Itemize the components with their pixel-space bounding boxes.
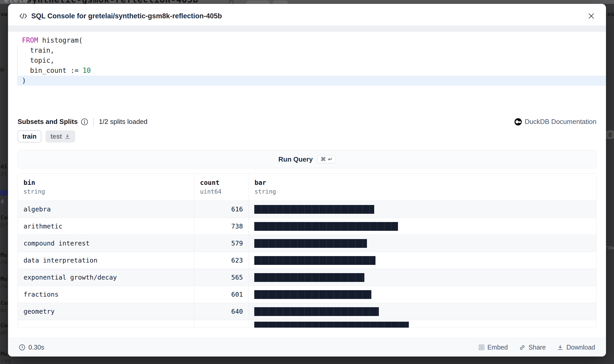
- cell-bar: [249, 218, 596, 235]
- table-row[interactable]: algebra616: [18, 201, 596, 218]
- column-header-bin[interactable]: binstring: [18, 174, 194, 201]
- editor-line[interactable]: FROM histogram(: [17, 35, 606, 45]
- download-split-icon: [65, 134, 70, 139]
- duckdb-logo-icon: [515, 118, 522, 125]
- column-name: count: [200, 179, 249, 186]
- share-label: Share: [528, 344, 546, 351]
- column-name: bin: [24, 179, 194, 186]
- column-type: uint64: [200, 188, 249, 195]
- modal-footer: 0.30s Embed Share Download: [8, 338, 606, 357]
- cell-count: 616: [194, 201, 249, 218]
- cell-bin: data interpretation: [18, 252, 194, 269]
- download-button[interactable]: Download: [557, 344, 595, 351]
- histogram-bar: [254, 239, 367, 248]
- histogram-bar: [254, 222, 398, 231]
- footer-actions: Embed Share Download: [479, 344, 595, 351]
- share-button[interactable]: Share: [519, 344, 546, 351]
- command-key-icon: ⌘: [320, 156, 326, 162]
- column-type: string: [24, 188, 194, 195]
- column-header-count[interactable]: countuint64: [194, 174, 249, 201]
- histogram-bar: [254, 256, 375, 265]
- query-elapsed: 0.30s: [19, 344, 44, 351]
- split-tab-label: train: [22, 133, 36, 140]
- results-body: algebra616arithmetic738compound interest…: [18, 201, 596, 328]
- embed-button[interactable]: Embed: [479, 344, 508, 351]
- background-text-fragment: req: [1, 358, 11, 364]
- cell-bin: compound interest: [18, 235, 194, 252]
- cell-count: 623: [194, 252, 249, 269]
- editor-line[interactable]: train,: [17, 45, 606, 56]
- splits-row: Subsets and Splits 1/2 splits loaded Duc…: [8, 118, 606, 126]
- clock-icon: [19, 344, 25, 351]
- cell-bin: [18, 320, 194, 328]
- cell-bar: [249, 235, 596, 252]
- background-text-fragment: sw: [1, 11, 7, 17]
- table-row[interactable]: geometry640: [18, 303, 596, 320]
- cell-bin: algebra: [18, 201, 194, 218]
- splits-heading: Subsets and Splits: [18, 118, 78, 126]
- table-row[interactable]: exponential growth/decay565: [18, 269, 596, 286]
- cell-bar: [249, 303, 596, 320]
- sql-editor[interactable]: FROM histogram( train, topic, bin_count …: [17, 32, 606, 87]
- split-tab-test[interactable]: test: [45, 130, 75, 143]
- split-tab-label: test: [50, 133, 62, 140]
- modal-title: SQL Console for gretelai/synthetic-gsm8k…: [31, 12, 583, 20]
- splits-status: 1/2 splits loaded: [99, 118, 148, 126]
- run-query-button[interactable]: Run Query ⌘ ↵: [18, 150, 596, 168]
- table-row-partial: [18, 320, 596, 328]
- cell-count: 601: [194, 286, 249, 303]
- table-row[interactable]: fractions601: [18, 286, 596, 303]
- background-text-fragment: row: [605, 244, 614, 251]
- table-row[interactable]: compound interest579: [18, 235, 596, 252]
- column-header-bar[interactable]: barstring: [249, 174, 596, 201]
- split-tab-train[interactable]: train: [18, 130, 41, 143]
- histogram-bar: [254, 307, 379, 316]
- background-text-fragment: d: [605, 130, 614, 139]
- modal-header: SQL Console for gretelai/synthetic-gsm8k…: [8, 4, 606, 26]
- editor-active-line[interactable]: ): [17, 76, 606, 86]
- editor-line[interactable]: bin_count := 10: [17, 66, 606, 76]
- cell-bar: [249, 252, 596, 269]
- download-label: Download: [566, 344, 595, 351]
- cell-bin: arithmetic: [18, 218, 194, 235]
- code-token: ): [22, 77, 26, 84]
- code-token: histogram(: [38, 36, 83, 44]
- code-token: train,: [22, 46, 54, 54]
- histogram-bar: [254, 205, 374, 214]
- cell-count: 738: [194, 218, 249, 235]
- editor-top-strip: [8, 26, 606, 32]
- embed-label: Embed: [487, 344, 508, 351]
- cell-count: [194, 320, 249, 328]
- share-link-icon: [519, 344, 525, 351]
- close-button[interactable]: [587, 12, 596, 20]
- elapsed-time: 0.30s: [28, 344, 44, 351]
- table-row[interactable]: arithmetic738: [18, 218, 596, 235]
- code-token: bin_count :=: [22, 67, 83, 74]
- column-name: bar: [255, 179, 596, 186]
- embed-icon: [479, 345, 484, 350]
- duckdb-documentation-link[interactable]: DuckDB Documentation: [515, 118, 596, 126]
- split-tabs: traintest: [8, 130, 606, 143]
- code-icon: [19, 13, 27, 19]
- info-icon[interactable]: [81, 118, 88, 125]
- column-type: string: [255, 188, 596, 195]
- code-token: 10: [83, 67, 91, 74]
- histogram-bar: [254, 273, 364, 282]
- table-row[interactable]: data interpretation623: [18, 252, 596, 269]
- cell-bar: [249, 320, 596, 328]
- editor-line[interactable]: topic,: [17, 56, 606, 66]
- background-selected-row-band: [0, 190, 8, 195]
- results-table: binstringcountuint64barstring algebra616…: [18, 173, 596, 328]
- histogram-bar: [254, 290, 371, 299]
- divider: [93, 118, 94, 126]
- cell-count: 565: [194, 269, 249, 286]
- indent-guide: [17, 45, 18, 76]
- cell-count: 640: [194, 303, 249, 320]
- cell-bar: [249, 286, 596, 303]
- cell-bin: fractions: [18, 286, 194, 303]
- keyboard-shortcut-badge: ⌘ ↵: [317, 155, 336, 163]
- sql-console-modal: SQL Console for gretelai/synthetic-gsm8k…: [8, 4, 606, 357]
- results-header: binstringcountuint64barstring: [18, 174, 596, 201]
- code-token: topic,: [22, 57, 54, 64]
- close-icon: [588, 13, 595, 19]
